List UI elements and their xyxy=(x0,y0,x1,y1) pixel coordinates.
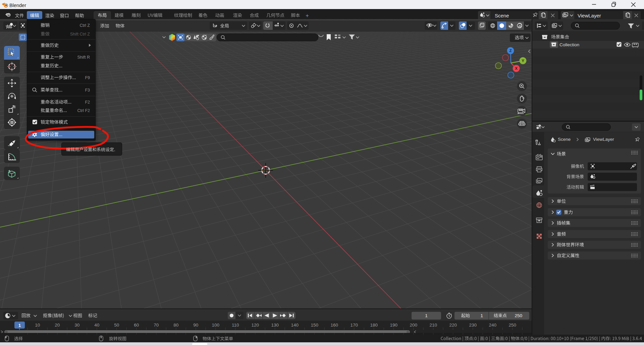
svg-text:X: X xyxy=(515,66,518,70)
svg-text:Z: Z xyxy=(509,49,512,53)
svg-text:Y: Y xyxy=(522,59,524,63)
